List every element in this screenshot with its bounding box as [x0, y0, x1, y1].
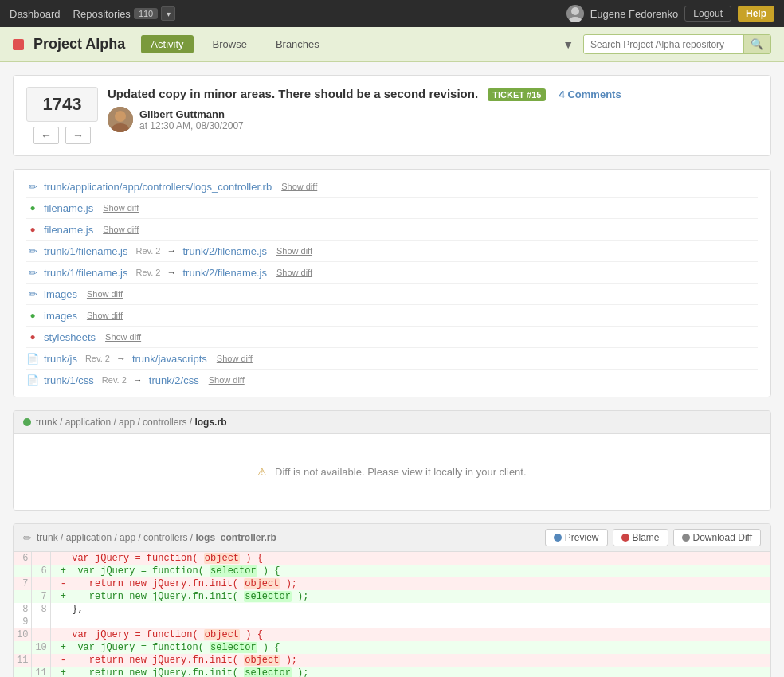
repositories-dropdown-btn[interactable]: ▾ [161, 6, 175, 21]
table-row: 10 var jQuery = function( object ) { [14, 628, 771, 641]
nav-dashboard[interactable]: Dashboard [10, 8, 61, 20]
file-path-link[interactable]: trunk/application/app/controllers/logs_c… [44, 181, 272, 193]
warning-icon: ⚠ [257, 466, 267, 478]
line-content: var jQuery = function( object ) { [57, 628, 771, 641]
logout-button[interactable]: Logout [684, 6, 731, 22]
nav-repositories-link[interactable]: Repositories [73, 8, 131, 20]
line-content: + var jQuery = function( selector ) { [57, 641, 771, 654]
show-diff-link[interactable]: Show diff [281, 182, 317, 191]
file-dest-link[interactable]: trunk/javascripts [132, 353, 207, 365]
table-row: 9 [14, 616, 771, 628]
file-modified-icon: ✏ [26, 245, 39, 257]
line-num-left [14, 641, 32, 654]
show-diff-link[interactable]: Show diff [103, 203, 139, 213]
table-row: 7 + return new jQuery.fn.init( selector … [14, 590, 771, 603]
ticket-badge[interactable]: TICKET #15 [488, 88, 546, 101]
search-input[interactable] [584, 36, 743, 53]
show-diff-link[interactable]: Show diff [87, 311, 123, 320]
svg-point-0 [571, 7, 579, 15]
show-diff-link[interactable]: Show diff [209, 375, 245, 385]
user-avatar [566, 5, 584, 22]
file-dest-link[interactable]: trunk/2/css [149, 374, 199, 386]
file-path-link[interactable]: stylesheets [44, 331, 96, 343]
line-marker [50, 628, 57, 641]
line-num-right [32, 616, 50, 628]
line-num-right [32, 552, 50, 565]
line-num-left: 9 [14, 616, 32, 628]
show-diff-link[interactable]: Show diff [276, 268, 312, 277]
line-num-left: 7 [14, 577, 32, 590]
code-diff-actions: Preview Blame Download Diff [545, 529, 761, 546]
line-num-right: 7 [32, 590, 50, 603]
file-copy-icon: 📄 [26, 352, 39, 365]
file-item: ● filename.js Show diff [26, 198, 758, 219]
line-num-right [32, 577, 50, 590]
nav-repositories-section: Repositories 110 ▾ [73, 6, 176, 21]
commit-block: 1743 ← → Updated copy in minor areas. Th… [13, 75, 771, 156]
line-marker [50, 565, 57, 577]
file-path-link[interactable]: images [44, 288, 77, 300]
file-item: ✏ trunk/application/app/controllers/logs… [26, 176, 758, 198]
table-row: 10 + var jQuery = function( selector ) { [14, 641, 771, 654]
search-box: 🔍 [583, 34, 771, 54]
file-deleted-icon: ● [26, 223, 39, 236]
line-content [57, 616, 771, 628]
line-marker [50, 654, 57, 667]
author-avatar [108, 107, 133, 132]
main-content: 1743 ← → Updated copy in minor areas. Th… [0, 62, 784, 677]
table-row: 6 var jQuery = function( object ) { [14, 552, 771, 565]
line-num-left [14, 565, 32, 577]
table-row: 7 - return new jQuery.fn.init( object ); [14, 577, 771, 590]
line-content: - return new jQuery.fn.init( object ); [57, 654, 771, 667]
search-submit-button[interactable]: 🔍 [743, 35, 770, 53]
code-diff-block: ✏ trunk / application / app / controller… [13, 523, 771, 677]
author-name: Gilbert Guttmann [139, 108, 244, 120]
help-button[interactable]: Help [738, 6, 774, 22]
file-arrow: → [133, 374, 143, 385]
tab-browse[interactable]: Browse [203, 35, 257, 53]
commit-header: 1743 ← → Updated copy in minor areas. Th… [26, 87, 758, 144]
file-path-link[interactable]: trunk/1/filename.js [44, 267, 128, 279]
file-dest-link[interactable]: trunk/2/filename.js [182, 245, 267, 257]
file-path-link[interactable]: images [44, 310, 77, 322]
commit-author: Gilbert Guttmann at 12:30 AM, 08/30/2007 [108, 107, 758, 132]
next-commit-btn[interactable]: → [65, 127, 91, 144]
svg-point-3 [115, 111, 126, 122]
file-rev: Rev. 2 [136, 246, 161, 256]
file-path-link[interactable]: trunk/1/filename.js [44, 245, 128, 257]
file-item: ● filename.js Show diff [26, 219, 758, 241]
file-path-link[interactable]: filename.js [44, 224, 93, 236]
line-content: var jQuery = function( object ) { [57, 552, 771, 565]
show-diff-link[interactable]: Show diff [276, 246, 312, 256]
download-diff-button[interactable]: Download Diff [673, 529, 761, 546]
show-diff-link[interactable]: Show diff [87, 289, 123, 299]
show-diff-link[interactable]: Show diff [103, 225, 139, 234]
diff-file-header: trunk / application / app / controllers … [14, 411, 770, 434]
show-diff-link[interactable]: Show diff [217, 354, 253, 363]
blame-button[interactable]: Blame [613, 529, 668, 546]
commit-id: 1743 [26, 87, 98, 122]
file-arrow: → [167, 245, 176, 256]
blame-icon [621, 534, 629, 542]
preview-icon [554, 534, 562, 542]
line-num-right: 8 [32, 603, 50, 616]
filter-icon[interactable]: ▼ [563, 38, 574, 51]
file-path-link[interactable]: filename.js [44, 202, 93, 214]
file-dest-link[interactable]: trunk/2/filename.js [182, 267, 267, 279]
file-path-link[interactable]: trunk/js [44, 353, 77, 365]
line-num-right [32, 628, 50, 641]
comments-link[interactable]: 4 Comments [559, 88, 621, 100]
tab-activity[interactable]: Activity [141, 35, 193, 53]
pencil-icon: ✏ [23, 532, 32, 544]
tab-branches[interactable]: Branches [266, 35, 329, 53]
show-diff-link[interactable]: Show diff [105, 332, 141, 342]
prev-commit-btn[interactable]: ← [33, 127, 59, 144]
file-path-link[interactable]: trunk/1/css [44, 374, 94, 386]
user-section: Eugene Fedorenko Logout Help [566, 5, 774, 22]
file-deleted-icon: ● [26, 331, 39, 343]
diff-message-area: ⚠ Diff is not available. Please view it … [14, 434, 770, 510]
file-item: ✏ images Show diff [26, 284, 758, 305]
line-num-left: 8 [14, 603, 32, 616]
file-added-icon: ● [26, 309, 39, 322]
preview-button[interactable]: Preview [545, 529, 608, 546]
